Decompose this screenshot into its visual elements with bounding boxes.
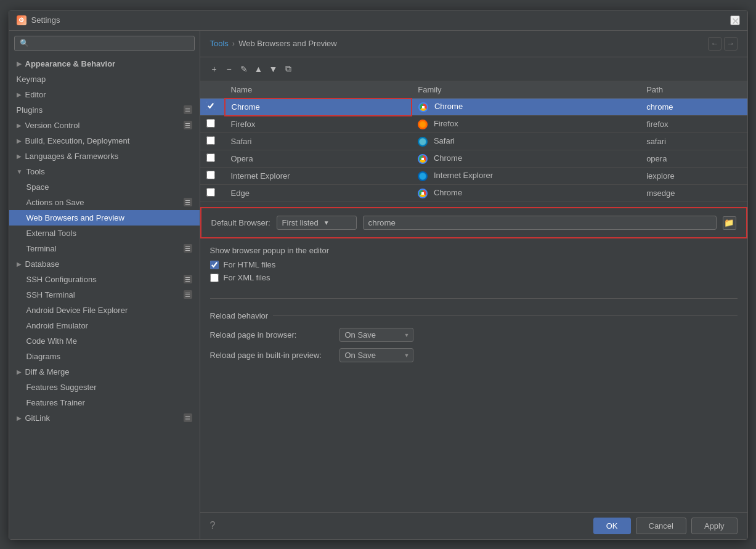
table-row[interactable]: Safari Safari safari (200, 133, 747, 150)
nav-back-button[interactable]: ← (708, 37, 721, 51)
col-checkbox (200, 81, 225, 99)
copy-button[interactable]: ⧉ (282, 62, 295, 76)
for-xml-label[interactable]: For XML files (224, 273, 270, 282)
sidebar-item-editor[interactable]: ▶ Editor (9, 87, 200, 102)
sidebar-item-ssh-terminal[interactable]: SSH Terminal ☰ (9, 287, 200, 303)
collapse-arrow: ▶ (17, 122, 22, 129)
footer-buttons: OK Cancel Apply (593, 518, 738, 534)
browser-path-cell: firefox (640, 116, 747, 133)
close-button[interactable]: ✕ (730, 15, 740, 25)
table-row[interactable]: Opera Chrome opera (200, 150, 747, 168)
show-popup-title: Show browser popup in the editor (210, 246, 738, 255)
ok-button[interactable]: OK (593, 518, 631, 534)
search-box[interactable]: 🔍 (14, 36, 195, 51)
app-icon: ⚙ (17, 15, 26, 25)
sidebar-item-plugins[interactable]: Plugins ☰ (9, 102, 200, 118)
table-row[interactable]: Firefox Firefox firefox (200, 116, 747, 133)
row-checkbox-cell[interactable] (200, 150, 225, 168)
sidebar-item-label: Tools (26, 167, 44, 176)
sidebar-item-build[interactable]: ▶ Build, Execution, Deployment (9, 133, 200, 148)
sidebar-item-database[interactable]: ▶ Database (9, 256, 200, 272)
browser-path-input[interactable] (363, 216, 717, 230)
sidebar-item-label: External Tools (26, 229, 76, 238)
sidebar-item-android-device[interactable]: Android Device File Explorer (9, 303, 200, 318)
nav-badge: ☰ (184, 275, 192, 283)
table-row[interactable]: Edge Chrome msedge (200, 185, 747, 202)
collapse-arrow: ▶ (17, 60, 22, 67)
for-html-checkbox[interactable] (210, 261, 219, 269)
browser-path-cell: opera (640, 150, 747, 168)
sidebar-item-web-browsers[interactable]: Web Browsers and Preview (9, 210, 200, 226)
sidebar-item-terminal[interactable]: Terminal ☰ (9, 241, 200, 256)
sidebar-item-diagrams[interactable]: Diagrams (9, 349, 200, 364)
for-xml-checkbox[interactable] (210, 274, 219, 282)
move-down-button[interactable]: ▼ (267, 62, 280, 76)
sidebar-item-features-suggester[interactable]: Features Suggester (9, 380, 200, 395)
browser-enabled-checkbox[interactable] (206, 119, 215, 128)
row-checkbox-cell[interactable] (200, 133, 225, 150)
sidebar-item-android-emulator[interactable]: Android Emulator (9, 318, 200, 333)
sidebar-item-gitlink[interactable]: ▶ GitLink ☰ (9, 410, 200, 426)
add-browser-button[interactable]: + (208, 62, 221, 76)
table-row[interactable]: Chrome Chrome chrome (200, 99, 747, 116)
row-checkbox-cell[interactable] (200, 185, 225, 202)
sidebar-item-appearance[interactable]: ▶ Appearance & Behavior (9, 56, 200, 71)
browser-enabled-checkbox[interactable] (206, 102, 215, 110)
sidebar-item-external-tools[interactable]: External Tools (9, 226, 200, 241)
apply-button[interactable]: Apply (691, 518, 738, 534)
edit-browser-button[interactable]: ✎ (237, 62, 251, 76)
safari-icon (418, 137, 428, 147)
dialog-title: Settings (31, 15, 60, 25)
sidebar-item-tools[interactable]: ▼ Tools (9, 164, 200, 179)
cancel-button[interactable]: Cancel (636, 518, 686, 534)
ie-icon (418, 171, 428, 181)
sidebar-item-features-trainer[interactable]: Features Trainer (9, 395, 200, 410)
row-checkbox-cell[interactable] (200, 168, 225, 185)
sidebar-item-diff-merge[interactable]: ▶ Diff & Merge (9, 364, 200, 380)
nav-forward-button[interactable]: → (724, 37, 738, 51)
main-content-area: 🔍 ▶ Appearance & Behavior Keymap ▶ Edito… (9, 31, 747, 539)
breadcrumb-root[interactable]: Tools (210, 39, 229, 48)
breadcrumb-current: Web Browsers and Preview (238, 39, 336, 48)
reload-title: Reload behavior (210, 311, 269, 320)
browser-enabled-checkbox[interactable] (206, 136, 215, 145)
browse-folder-button[interactable]: 📁 (723, 216, 736, 230)
reload-behavior-section: Reload behavior Reload page in browser: … (200, 304, 747, 376)
default-browser-dropdown[interactable]: First listed ▼ (277, 216, 357, 230)
firefox-icon (418, 120, 428, 129)
sidebar-item-actions-on-save[interactable]: Actions on Save ☰ (9, 195, 200, 210)
browser-name-cell: Edge (225, 185, 412, 202)
search-input[interactable] (33, 39, 189, 48)
sidebar-item-keymap[interactable]: Keymap (9, 71, 200, 87)
sidebar-item-code-with-me[interactable]: Code With Me (9, 333, 200, 349)
titlebar: ⚙ Settings ✕ (9, 10, 747, 31)
table-row[interactable]: Internet Explorer Internet Explorer iexp… (200, 168, 747, 185)
row-checkbox-cell[interactable] (200, 99, 225, 116)
reload-preview-select[interactable]: On Save Never Always (339, 348, 413, 362)
browser-enabled-checkbox[interactable] (206, 153, 215, 162)
col-name: Name (225, 81, 412, 99)
sidebar-item-label: Diagrams (26, 352, 61, 361)
chrome-icon (418, 154, 428, 164)
sidebar-item-space[interactable]: Space (9, 179, 200, 195)
default-browser-section: Default Browser: First listed ▼ 📁 (200, 207, 747, 238)
nav-badge: ☰ (184, 290, 192, 299)
chrome-icon (418, 102, 428, 112)
row-checkbox-cell[interactable] (200, 116, 225, 133)
browser-enabled-checkbox[interactable] (206, 188, 215, 197)
move-up-button[interactable]: ▲ (252, 62, 266, 76)
for-html-label[interactable]: For HTML files (224, 260, 276, 269)
col-path: Path (640, 81, 747, 99)
sidebar-item-ssh-configurations[interactable]: SSH Configurations ☰ (9, 272, 200, 287)
default-browser-label: Default Browser: (211, 218, 270, 227)
breadcrumb: Tools › Web Browsers and Preview ← → (200, 31, 747, 57)
remove-browser-button[interactable]: − (222, 62, 236, 76)
sidebar-item-languages[interactable]: ▶ Languages & Frameworks (9, 148, 200, 164)
browser-name-cell: Firefox (225, 116, 412, 133)
reload-browser-select[interactable]: On Save Never Always (339, 328, 413, 342)
nav-badge: ☰ (184, 121, 192, 129)
browser-enabled-checkbox[interactable] (206, 171, 215, 179)
breadcrumb-navigation: ← → (708, 37, 738, 51)
help-icon[interactable]: ? (210, 520, 216, 531)
sidebar-item-version-control[interactable]: ▶ Version Control ☰ (9, 118, 200, 133)
